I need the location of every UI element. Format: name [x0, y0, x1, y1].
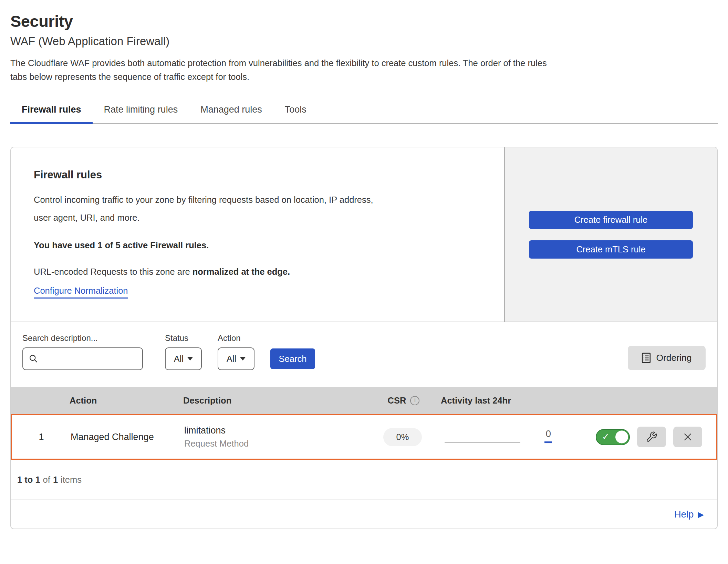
tab-firewall-rules[interactable]: Firewall rules [10, 99, 93, 123]
create-mtls-rule-button[interactable]: Create mTLS rule [529, 240, 693, 259]
overview-text-panel: Firewall rules Control incoming traffic … [11, 147, 504, 322]
delete-rule-button[interactable] [673, 427, 702, 447]
ordering-button[interactable]: Ordering [628, 346, 706, 370]
rule-expression-summary: Request Method [184, 439, 368, 449]
edit-rule-button[interactable] [637, 427, 666, 447]
status-filter-group: Status All [165, 333, 202, 370]
page-description: The Cloudflare WAF provides both automat… [10, 56, 718, 84]
page-title: Security [10, 12, 718, 31]
wrench-icon [646, 431, 657, 443]
action-label: Action [218, 333, 254, 343]
ordering-list-icon [642, 353, 651, 363]
firewall-rules-card: Firewall rules Control incoming traffic … [10, 147, 718, 529]
header-activity: Activity last 24hr [438, 396, 562, 406]
overview-body: Control incoming traffic to your zone by… [34, 191, 481, 227]
items-total: 1 [53, 475, 58, 485]
action-filter-group: Action All [218, 333, 254, 370]
waf-tabs: Firewall rules Rate limiting rules Manag… [10, 99, 718, 124]
tab-tools[interactable]: Tools [273, 99, 318, 123]
close-icon [683, 432, 693, 442]
create-firewall-rule-button[interactable]: Create firewall rule [529, 211, 693, 229]
info-icon[interactable]: i [410, 396, 419, 405]
rule-enabled-toggle[interactable]: ✓ [596, 429, 630, 445]
overview-body-line2: user agent, URI, and more. [34, 213, 140, 222]
header-csr-label: CSR [388, 396, 406, 406]
tab-managed-rules[interactable]: Managed rules [189, 99, 273, 123]
chevron-down-icon [187, 357, 193, 361]
csr-badge: 0% [383, 428, 422, 446]
chevron-down-icon [240, 357, 246, 361]
check-icon: ✓ [602, 431, 610, 442]
firewall-rules-overview: Firewall rules Control incoming traffic … [11, 147, 717, 322]
overview-heading: Firewall rules [34, 169, 481, 181]
tab-rate-limiting-rules[interactable]: Rate limiting rules [93, 99, 189, 123]
help-link[interactable]: Help ▶ [674, 509, 704, 520]
ordering-button-label: Ordering [656, 353, 691, 363]
items-range: 1 to 1 [17, 475, 40, 485]
rule-csr-cell: 0% [368, 428, 437, 446]
configure-normalization-link[interactable]: Configure Normalization [34, 286, 128, 299]
header-csr: CSR i [369, 396, 438, 406]
help-arrow-icon: ▶ [698, 511, 704, 519]
normalization-note: URL-encoded Requests to this zone are no… [34, 267, 481, 277]
search-label: Search description... [22, 333, 143, 343]
status-select-value: All [174, 354, 184, 364]
search-group: Search description... [22, 333, 143, 370]
rule-description[interactable]: limitations [184, 425, 368, 436]
rule-action: Managed Challenge [71, 432, 184, 442]
rule-activity-cell: 0 [437, 415, 561, 459]
page-description-line2: tabs below represents the sequence of tr… [10, 72, 249, 82]
filter-bar: Search description... Status All [11, 322, 717, 387]
header-description: Description [183, 396, 369, 406]
toggle-knob [615, 431, 628, 443]
activity-sparkline [445, 442, 520, 443]
table-row: 1 Managed Challenge limitations Request … [11, 414, 717, 460]
normalization-note-prefix: URL-encoded Requests to this zone are [34, 267, 193, 276]
action-select[interactable]: All [218, 347, 254, 370]
items-summary: 1 to 1 of 1 items [11, 460, 717, 500]
items-of-word: of [43, 475, 50, 485]
overview-body-line1: Control incoming traffic to your zone by… [34, 195, 373, 205]
action-select-value: All [227, 354, 236, 364]
help-footer: Help ▶ [11, 500, 717, 529]
activity-count-link[interactable]: 0 [544, 428, 552, 443]
search-input[interactable] [22, 347, 143, 370]
security-waf-page: Security WAF (Web Application Firewall) … [0, 12, 728, 564]
rule-order: 1 [12, 432, 71, 442]
help-link-label: Help [674, 509, 694, 520]
actions-panel: Create firewall rule Create mTLS rule [504, 147, 717, 322]
search-icon [29, 354, 39, 364]
rule-description-cell: limitations Request Method [184, 425, 368, 449]
header-action: Action [70, 396, 183, 406]
page-subtitle: WAF (Web Application Firewall) [10, 35, 718, 48]
search-box [22, 347, 143, 370]
rule-controls: ✓ [561, 427, 716, 447]
rules-table-header: Action Description CSR i Activity last 2… [11, 387, 717, 414]
normalization-note-bold: normalized at the edge. [193, 267, 290, 276]
items-word: items [61, 475, 82, 485]
status-label: Status [165, 333, 202, 343]
search-button[interactable]: Search [270, 348, 315, 369]
page-description-line1: The Cloudflare WAF provides both automat… [10, 58, 547, 68]
status-select[interactable]: All [165, 347, 202, 370]
usage-summary: You have used 1 of 5 active Firewall rul… [34, 240, 481, 250]
